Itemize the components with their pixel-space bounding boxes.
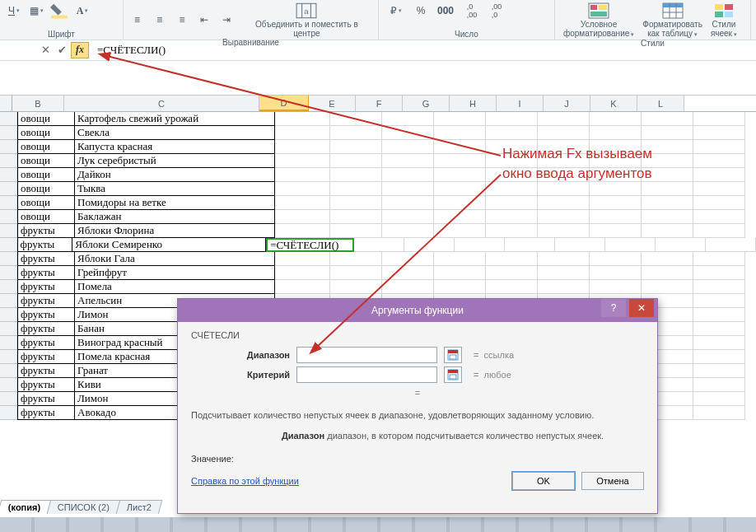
cell[interactable] <box>590 126 642 140</box>
cell[interactable] <box>330 168 382 182</box>
cell[interactable] <box>590 224 642 238</box>
arg-criteria-input[interactable] <box>296 366 437 383</box>
cell[interactable] <box>330 140 382 154</box>
conditional-formatting-button[interactable]: Условноеформатирование▾ <box>560 2 637 39</box>
cell[interactable]: Свекла <box>75 126 275 140</box>
column-header[interactable]: C <box>64 96 259 111</box>
cell[interactable] <box>382 182 434 196</box>
cell[interactable] <box>455 238 505 252</box>
cell[interactable] <box>693 266 745 280</box>
cell[interactable] <box>275 112 330 126</box>
column-header[interactable]: J <box>544 96 590 111</box>
cell[interactable] <box>590 196 642 210</box>
currency-icon[interactable]: ₽▾ <box>384 2 408 20</box>
range-picker-button[interactable] <box>444 347 462 363</box>
cell[interactable] <box>486 266 538 280</box>
cell[interactable] <box>330 280 382 294</box>
indent-increase-icon[interactable]: ⇥ <box>218 11 236 29</box>
cell[interactable] <box>275 280 330 294</box>
cell[interactable] <box>275 196 330 210</box>
close-button[interactable]: ✕ <box>629 299 654 317</box>
increase-decimal-icon[interactable]: ,0,00 <box>461 2 483 20</box>
cell[interactable]: овощи <box>17 140 75 154</box>
cell[interactable]: Лук серебристый <box>75 154 275 168</box>
cell[interactable] <box>434 126 486 140</box>
cell[interactable] <box>642 210 693 224</box>
cell[interactable] <box>382 210 434 224</box>
cell[interactable]: фрукты <box>17 294 75 308</box>
cell[interactable] <box>404 238 455 252</box>
range-picker-button[interactable] <box>444 366 462 383</box>
cell[interactable] <box>434 168 486 182</box>
cell[interactable] <box>434 210 486 224</box>
column-header[interactable]: L <box>637 96 684 111</box>
cell[interactable] <box>693 182 745 196</box>
cell[interactable] <box>693 140 745 154</box>
column-header[interactable]: I <box>497 96 544 111</box>
cell[interactable] <box>538 252 590 266</box>
cell[interactable]: фрукты <box>17 308 75 322</box>
align-center-icon[interactable]: ≡ <box>151 11 168 29</box>
column-header[interactable]: E <box>309 96 356 111</box>
column-header[interactable]: F <box>356 96 403 111</box>
cell[interactable] <box>434 182 486 196</box>
cell[interactable]: Яблоки Гала <box>75 252 275 266</box>
cell[interactable] <box>693 364 745 378</box>
cell[interactable]: овощи <box>17 154 75 168</box>
cell[interactable] <box>693 126 745 140</box>
column-header[interactable]: B <box>12 96 64 111</box>
thousands-icon[interactable]: 000 <box>433 2 458 20</box>
cell[interactable] <box>590 280 642 294</box>
fill-color-icon[interactable] <box>49 2 69 20</box>
column-header[interactable]: H <box>450 96 497 111</box>
insert-function-button[interactable]: fx <box>71 42 89 58</box>
cell[interactable] <box>642 252 693 266</box>
cell[interactable] <box>434 280 486 294</box>
cell[interactable] <box>434 196 486 210</box>
cell[interactable] <box>693 224 745 238</box>
cell[interactable] <box>642 196 693 210</box>
cell[interactable] <box>590 266 642 280</box>
cell[interactable] <box>434 154 486 168</box>
indent-decrease-icon[interactable]: ⇤ <box>195 11 212 29</box>
cell[interactable] <box>693 406 745 420</box>
column-header[interactable]: K <box>590 96 637 111</box>
cell[interactable] <box>275 126 330 140</box>
cell[interactable] <box>382 154 434 168</box>
cell[interactable]: Капуста красная <box>75 140 275 154</box>
cell[interactable] <box>275 168 330 182</box>
cell[interactable] <box>382 112 434 126</box>
cell[interactable] <box>275 210 330 224</box>
cell[interactable] <box>330 182 382 196</box>
cell[interactable]: Грейпфрут <box>75 266 275 280</box>
cell[interactable]: фрукты <box>17 280 75 294</box>
cell[interactable] <box>538 266 590 280</box>
accept-formula-icon[interactable]: ✔ <box>54 43 69 58</box>
cell[interactable]: =СЧЁТЕСЛИ() <box>266 238 354 252</box>
cell[interactable] <box>590 182 642 196</box>
cell[interactable]: фрукты <box>17 266 75 280</box>
formula-input[interactable] <box>92 41 428 59</box>
cell[interactable] <box>590 112 642 126</box>
cell[interactable] <box>330 126 382 140</box>
cell[interactable] <box>486 252 538 266</box>
cell[interactable] <box>434 252 486 266</box>
cell[interactable] <box>642 182 693 196</box>
cell[interactable] <box>642 126 693 140</box>
cell[interactable]: овощи <box>17 210 75 224</box>
cell[interactable] <box>555 238 605 252</box>
cell[interactable]: фрукты <box>17 364 75 378</box>
cell[interactable] <box>538 280 590 294</box>
cell[interactable]: Помела <box>75 280 275 294</box>
cell[interactable] <box>706 238 756 252</box>
cell[interactable]: фрукты <box>17 336 75 350</box>
cell[interactable]: Баклажан <box>75 210 275 224</box>
cell[interactable]: Картофель свежий урожай <box>75 112 275 126</box>
cell[interactable] <box>382 280 434 294</box>
cell[interactable] <box>538 196 590 210</box>
column-header[interactable]: G <box>403 96 450 111</box>
cell[interactable] <box>590 252 642 266</box>
align-left-icon[interactable]: ≡ <box>128 11 146 29</box>
cancel-formula-icon[interactable]: ✕ <box>38 43 53 58</box>
cell[interactable] <box>382 266 434 280</box>
